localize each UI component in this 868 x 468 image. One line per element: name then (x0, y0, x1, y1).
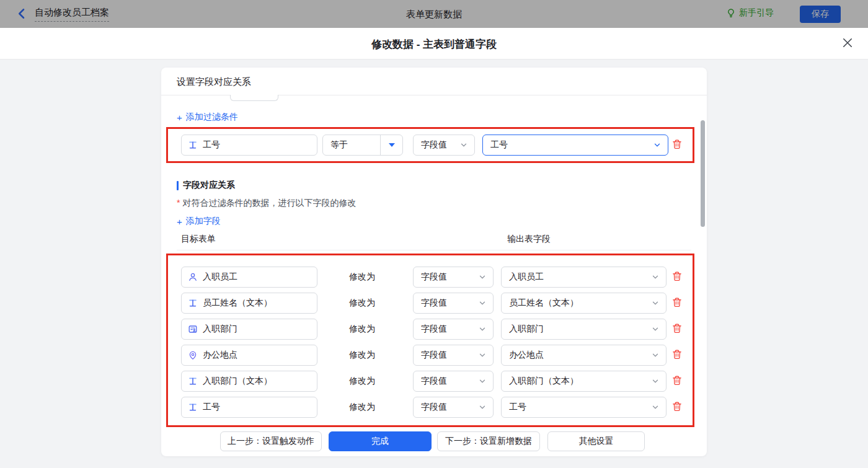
department-icon (188, 324, 198, 334)
target-field-label: 入职员工 (203, 272, 237, 283)
chevron-down-icon (651, 299, 660, 307)
output-field-value: 入职部门（文本） (502, 376, 651, 387)
trash-icon (671, 323, 683, 334)
section-title: 字段对应关系 (177, 180, 235, 191)
dialog-header: 修改数据 - 主表到普通字段 (0, 28, 868, 59)
close-icon (841, 37, 854, 49)
target-field-label: 入职部门 (203, 324, 237, 335)
output-field-select[interactable]: 工号 (501, 397, 666, 418)
text-icon (188, 402, 198, 412)
text-icon (188, 140, 198, 150)
plus-icon: + (177, 113, 182, 122)
modify-to-label: 修改为 (349, 376, 375, 387)
value-type-value: 字段值 (414, 376, 478, 387)
other-settings-button[interactable]: 其他设置 (547, 431, 645, 451)
target-field-input[interactable]: 工号 (181, 397, 317, 418)
section-accent-bar (177, 181, 179, 190)
target-field-input[interactable]: 入职部门 (181, 319, 317, 340)
chevron-down-icon (478, 273, 487, 281)
modify-to-label: 修改为 (349, 402, 375, 413)
output-field-value: 工号 (502, 402, 651, 413)
done-button[interactable]: 完成 (329, 431, 432, 451)
add-filter-link[interactable]: + 添加过滤条件 (177, 112, 238, 123)
filter-value-type-select[interactable]: 字段值 (413, 135, 475, 156)
guide-label: 新手引导 (739, 7, 774, 19)
top-bar: 自动修改员工档案 表单更新数据 新手引导 保存 (0, 0, 868, 28)
value-type-select[interactable]: 字段值 (413, 293, 494, 314)
save-button[interactable]: 保存 (800, 6, 841, 23)
chevron-down-icon (651, 273, 660, 281)
chevron-down-icon (478, 403, 487, 412)
filter-field-input[interactable]: 工号 (181, 135, 317, 156)
prev-step-button[interactable]: 上一步：设置触发动作 (220, 431, 322, 451)
chevron-down-icon (478, 299, 487, 307)
add-field-link[interactable]: + 添加字段 (177, 216, 221, 227)
target-field-input[interactable]: 办公地点 (181, 345, 317, 366)
output-field-select[interactable]: 员工姓名（文本） (501, 293, 666, 314)
bulb-icon (726, 8, 736, 18)
value-type-select[interactable]: 字段值 (413, 397, 494, 418)
delete-row-button[interactable] (671, 375, 683, 387)
chevron-down-icon (653, 141, 662, 149)
filter-operator-select[interactable]: 等于 (322, 135, 403, 156)
value-type-select[interactable]: 字段值 (413, 267, 494, 288)
divider (177, 250, 691, 250)
beginner-guide-link[interactable]: 新手引导 (726, 7, 774, 19)
chevron-down-icon (478, 351, 487, 360)
value-type-value: 字段值 (414, 272, 478, 283)
modify-to-label: 修改为 (349, 298, 375, 309)
next-step-button[interactable]: 下一步：设置新增数据 (437, 431, 540, 451)
target-field-label: 员工姓名（文本） (203, 298, 272, 309)
person-icon (188, 272, 198, 282)
filter-value-select[interactable]: 工号 (482, 135, 668, 156)
trash-icon (671, 297, 683, 308)
location-icon (188, 350, 198, 360)
required-mark: * (177, 198, 180, 208)
chevron-down-icon (651, 325, 660, 333)
chevron-down-icon (651, 377, 660, 386)
clipped-select-remnant (230, 95, 278, 101)
output-field-select[interactable]: 入职部门（文本） (501, 371, 666, 392)
output-field-select[interactable]: 办公地点 (501, 345, 666, 366)
value-type-select[interactable]: 字段值 (413, 319, 494, 340)
mapping-row: 入职部门 修改为 字段值 入职部门 (161, 319, 707, 340)
output-field-value: 入职部门 (502, 324, 651, 335)
value-type-value: 字段值 (414, 139, 459, 151)
value-type-value: 字段值 (414, 324, 478, 335)
delete-row-button[interactable] (671, 401, 683, 413)
dialog-body: 设置字段对应关系 + 添加过滤条件 工号 等于 (0, 59, 868, 468)
value-type-select[interactable]: 字段值 (413, 371, 494, 392)
scrollbar-thumb[interactable] (701, 120, 705, 227)
chevron-down-icon (478, 377, 487, 386)
target-field-label: 工号 (203, 402, 220, 413)
target-field-label: 入职部门（文本） (203, 376, 272, 387)
target-field-label: 办公地点 (203, 350, 237, 361)
chevron-down-icon (459, 141, 468, 149)
delete-filter-button[interactable] (671, 139, 683, 151)
delete-row-button[interactable] (671, 297, 683, 309)
output-field-select[interactable]: 入职部门 (501, 319, 666, 340)
delete-row-button[interactable] (671, 323, 683, 335)
trash-icon (671, 401, 683, 412)
trash-icon (671, 375, 683, 386)
output-field-select[interactable]: 入职员工 (501, 267, 666, 288)
target-field-input[interactable]: 员工姓名（文本） (181, 293, 317, 314)
operator-value: 等于 (323, 139, 380, 151)
value-type-value: 字段值 (414, 350, 478, 361)
text-icon (188, 376, 198, 386)
operator-dropdown-toggle[interactable] (380, 135, 402, 155)
add-field-label: 添加字段 (186, 216, 221, 227)
target-field-input[interactable]: 入职部门（文本） (181, 371, 317, 392)
target-field-input[interactable]: 入职员工 (181, 267, 317, 288)
output-field-value: 办公地点 (502, 350, 651, 361)
trash-icon (671, 349, 683, 360)
delete-row-button[interactable] (671, 271, 683, 283)
triangle-down-icon (389, 143, 395, 147)
mapping-row: 入职员工 修改为 字段值 入职员工 (161, 267, 707, 288)
delete-row-button[interactable] (671, 349, 683, 361)
mapping-row: 工号 修改为 字段值 工号 (161, 397, 707, 418)
close-button[interactable] (841, 37, 854, 50)
value-type-select[interactable]: 字段值 (413, 345, 494, 366)
mapping-row: 办公地点 修改为 字段值 办公地点 (161, 345, 707, 366)
modify-to-label: 修改为 (349, 272, 375, 283)
